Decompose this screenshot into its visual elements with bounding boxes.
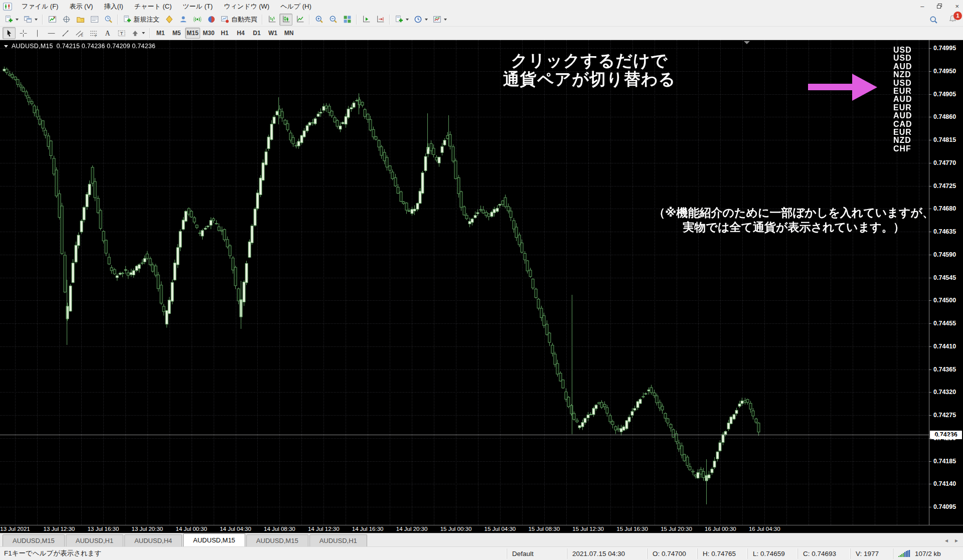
tab-scroll-right-icon[interactable]: ▸ bbox=[955, 537, 958, 544]
currency-item[interactable]: EUR bbox=[893, 87, 912, 95]
arrows-button[interactable] bbox=[129, 27, 147, 39]
currency-item[interactable]: AUD bbox=[893, 63, 912, 71]
tab-chart-3[interactable]: AUDUSD,M15 bbox=[183, 533, 245, 546]
currency-item[interactable]: NZD bbox=[893, 71, 912, 79]
currency-item[interactable]: EUR bbox=[893, 128, 912, 136]
fibonacci-button[interactable]: F bbox=[87, 27, 100, 39]
tab-chart-2[interactable]: AUDUSD,H4 bbox=[124, 534, 182, 546]
price-axis-label: 0.74095 bbox=[933, 503, 956, 510]
dropdown-arrow-icon[interactable] bbox=[16, 19, 19, 21]
periods-button[interactable] bbox=[412, 14, 430, 26]
currency-item[interactable]: NZD bbox=[893, 136, 912, 144]
cursor-button[interactable] bbox=[3, 27, 16, 39]
tab-chart-5[interactable]: AUDUSD,H1 bbox=[309, 534, 367, 546]
line-chart-button[interactable] bbox=[293, 14, 306, 26]
vertical-line-button[interactable] bbox=[31, 27, 44, 39]
text-label-button[interactable]: T bbox=[115, 27, 128, 39]
timeframe-m1[interactable]: M1 bbox=[153, 28, 168, 39]
price-axis[interactable]: 0.74236 0.749950.749500.749050.748600.74… bbox=[929, 40, 963, 525]
zoom-out-button[interactable] bbox=[327, 14, 340, 26]
chart-shift-button[interactable] bbox=[374, 14, 387, 26]
crosshair-icon bbox=[19, 29, 28, 38]
timeframe-m30[interactable]: M30 bbox=[201, 28, 216, 39]
new-chart-button[interactable] bbox=[3, 14, 21, 26]
currency-item[interactable]: AUD bbox=[893, 112, 912, 120]
terminal-button[interactable] bbox=[88, 14, 101, 26]
dropdown-arrow-icon[interactable] bbox=[444, 19, 447, 21]
chart-tab-bar: AUDUSD,M15AUDUSD,H1AUDUSD,H4AUDUSD,M15AU… bbox=[0, 533, 963, 546]
menu-bar: ファイル (F)表示 (V)挿入(I)チャート (C)ツール (T)ウィンドウ … bbox=[0, 0, 963, 13]
menu-tools[interactable]: ツール (T) bbox=[177, 1, 218, 13]
time-axis[interactable]: 13 Jul 202113 Jul 12:3013 Jul 16:3013 Ju… bbox=[0, 525, 963, 533]
price-axis-label: 0.74635 bbox=[933, 228, 956, 235]
timeframe-w1[interactable]: W1 bbox=[265, 28, 280, 39]
timeframe-h1[interactable]: H1 bbox=[217, 28, 232, 39]
restore-button[interactable] bbox=[937, 3, 942, 10]
close-button[interactable]: × bbox=[955, 3, 959, 10]
menu-insert[interactable]: 挿入(I) bbox=[98, 1, 128, 13]
notifications-button[interactable]: 1 bbox=[948, 15, 957, 25]
signals-button[interactable] bbox=[191, 14, 204, 26]
horizontal-line-button[interactable] bbox=[45, 27, 58, 39]
svg-text:E: E bbox=[81, 34, 83, 37]
symbol-dropdown-icon[interactable] bbox=[4, 45, 8, 48]
menu-file[interactable]: ファイル (F) bbox=[16, 1, 64, 13]
profiles-button[interactable] bbox=[22, 14, 40, 26]
timeframe-m5[interactable]: M5 bbox=[169, 28, 184, 39]
timeframe-m15[interactable]: M15 bbox=[185, 28, 200, 39]
tile-windows-button[interactable] bbox=[341, 14, 354, 26]
toolbar-separator bbox=[356, 15, 357, 25]
currency-item[interactable]: AUD bbox=[893, 95, 912, 103]
dropdown-arrow-icon[interactable] bbox=[425, 19, 428, 21]
menu-view[interactable]: 表示 (V) bbox=[64, 1, 98, 13]
currency-item[interactable]: USD bbox=[893, 54, 912, 62]
chart-shift-marker[interactable] bbox=[744, 41, 750, 44]
new-order-button[interactable]: 新規注文 bbox=[121, 14, 162, 26]
timeframe-d1[interactable]: D1 bbox=[249, 28, 264, 39]
dropdown-arrow-icon[interactable] bbox=[35, 19, 38, 21]
trendline-button[interactable] bbox=[59, 27, 72, 39]
menu-help[interactable]: ヘルプ (H) bbox=[275, 1, 317, 13]
status-open: O: 0.74700 bbox=[647, 548, 697, 559]
community-button[interactable] bbox=[177, 14, 190, 26]
currency-item[interactable]: CAD bbox=[893, 120, 912, 128]
candlestick-chart[interactable] bbox=[0, 40, 929, 525]
market-watch-button[interactable] bbox=[46, 14, 59, 26]
currency-item[interactable]: USD bbox=[893, 46, 912, 54]
navigator-button[interactable] bbox=[74, 14, 87, 26]
currency-item[interactable]: USD bbox=[893, 79, 912, 87]
currency-item[interactable]: EUR bbox=[893, 104, 912, 112]
indicators-button[interactable] bbox=[393, 14, 411, 26]
metaeditor-button[interactable] bbox=[163, 14, 176, 26]
price-axis-label: 0.74770 bbox=[933, 159, 956, 166]
zoom-in-button[interactable] bbox=[312, 14, 326, 26]
templates-button[interactable] bbox=[431, 14, 449, 26]
market-button[interactable] bbox=[205, 14, 218, 26]
menu-chart[interactable]: チャート (C) bbox=[129, 1, 178, 13]
toolbar-separator bbox=[309, 15, 310, 25]
tab-scroll-left-icon[interactable]: ◂ bbox=[945, 537, 948, 544]
auto-scroll-button[interactable] bbox=[360, 14, 373, 26]
minimize-button[interactable]: – bbox=[920, 3, 924, 10]
chart-symbol-title: AUDUSD,M15 bbox=[12, 43, 53, 50]
dropdown-arrow-icon[interactable] bbox=[142, 32, 145, 34]
dropdown-arrow-icon[interactable] bbox=[406, 19, 409, 21]
search-button[interactable] bbox=[927, 14, 940, 26]
equidistant-channel-button[interactable]: E bbox=[73, 27, 86, 39]
text-a-icon: A bbox=[103, 29, 112, 38]
text-button[interactable]: A bbox=[101, 27, 114, 39]
data-window-button[interactable] bbox=[60, 14, 73, 26]
currency-item[interactable]: CHF bbox=[893, 145, 912, 153]
strategy-tester-button[interactable] bbox=[102, 14, 115, 26]
timeframe-h4[interactable]: H4 bbox=[233, 28, 248, 39]
timeframe-mn[interactable]: MN bbox=[281, 28, 296, 39]
tab-chart-0[interactable]: AUDUSD,M15 bbox=[3, 534, 65, 546]
tab-chart-4[interactable]: AUDUSD,M15 bbox=[246, 534, 308, 546]
menu-window[interactable]: ウィンドウ (W) bbox=[218, 1, 275, 13]
tab-chart-1[interactable]: AUDUSD,H1 bbox=[66, 534, 123, 546]
candle-chart-button[interactable] bbox=[279, 14, 292, 26]
crosshair-button[interactable] bbox=[17, 27, 30, 39]
connection-bars-icon bbox=[898, 550, 911, 557]
autotrading-button[interactable]: 自動売買 bbox=[219, 14, 259, 26]
bar-chart-button[interactable] bbox=[265, 14, 278, 26]
